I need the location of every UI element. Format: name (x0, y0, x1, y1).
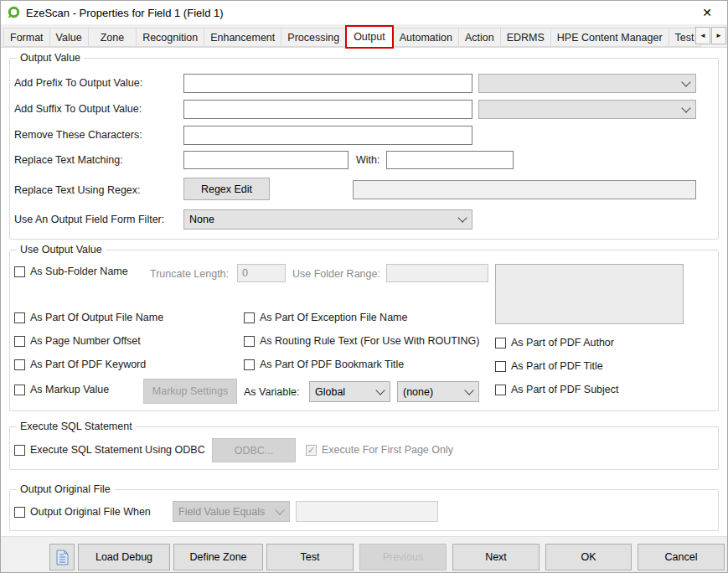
document-icon (56, 550, 69, 565)
checkbox-icon (14, 359, 25, 370)
tab-scroll-right-icon[interactable]: ► (711, 27, 726, 44)
previous-button: Previous (359, 544, 447, 570)
checkbox-execute-sql-odbc[interactable]: Execute SQL Statement Using ODBC (14, 444, 205, 456)
checkbox-icon (14, 445, 25, 456)
odbc-button: ODBC... (212, 438, 296, 462)
variable-scope-dropdown[interactable]: Global (309, 381, 390, 402)
tab-zone[interactable]: Zone (88, 28, 137, 47)
checkbox-icon (244, 312, 255, 323)
debug-report-button[interactable] (49, 544, 75, 570)
tab-bar: Format Value Zone Recognition Enhancemen… (1, 24, 727, 47)
chevron-down-icon (459, 214, 466, 221)
checkbox-as-part-of-pdf-subject[interactable]: As Part of PDF Subject (495, 384, 619, 395)
tab-output[interactable]: Output (345, 25, 394, 49)
chevron-down-icon (377, 387, 384, 394)
checkbox-icon (14, 507, 25, 518)
suffix-type-dropdown[interactable] (478, 100, 696, 119)
prefix-input[interactable] (183, 74, 472, 93)
tab-action[interactable]: Action (458, 28, 501, 47)
checkbox-checked-icon: ✓ (306, 445, 317, 456)
checkbox-as-subfolder-name[interactable]: As Sub-Folder Name (14, 266, 128, 277)
checkbox-as-part-of-exception-file-name[interactable]: As Part Of Exception File Name (244, 312, 407, 323)
dropdown-value: Global (315, 386, 345, 398)
checkbox-icon (14, 385, 25, 395)
tab-hpe-content-manager[interactable]: HPE Content Manager (550, 28, 669, 47)
prefix-type-dropdown[interactable] (478, 74, 696, 93)
checkbox-icon (14, 266, 25, 277)
checkbox-icon (244, 336, 255, 347)
checkbox-icon (14, 336, 25, 347)
checkbox-as-routing-rule-text[interactable]: As Routing Rule Text (For Use With ROUTI… (244, 335, 479, 347)
title-bar: EzeScan - Properties for Field 1 (Field … (1, 1, 727, 24)
original-file-condition-dropdown: Field Value Equals (173, 501, 290, 522)
folder-range-label: Use Folder Range: (292, 268, 380, 280)
tab-format[interactable]: Format (3, 28, 50, 47)
regex-label: Replace Text Using Regex: (14, 184, 141, 196)
checkbox-as-part-of-pdf-bookmark-title[interactable]: As Part Of PDF Bookmark Title (244, 359, 404, 370)
group-title: Execute SQL Statement (17, 421, 136, 432)
ezescan-logo-icon (7, 6, 20, 19)
checkbox-as-part-of-pdf-author[interactable]: As Part of PDF Author (495, 337, 614, 348)
tab-enhancement[interactable]: Enhancement (204, 28, 281, 47)
regex-edit-button[interactable]: Regex Edit (183, 178, 270, 200)
checkbox-as-page-number-offset[interactable]: As Page Number Offset (14, 335, 141, 347)
close-icon[interactable]: ✕ (694, 3, 720, 23)
form-filter-dropdown[interactable]: None (183, 209, 472, 230)
chevron-down-icon (683, 79, 689, 85)
tab-automation[interactable]: Automation (393, 28, 459, 47)
chevron-down-icon (276, 507, 283, 514)
form-filter-label: Use An Output Field Form Filter: (14, 214, 164, 225)
tab-processing[interactable]: Processing (281, 28, 346, 47)
tab-value[interactable]: Value (49, 28, 89, 47)
markup-settings-button: Markup Settings (143, 379, 237, 404)
dialog-window: EzeScan - Properties for Field 1 (Field … (0, 0, 728, 573)
checkbox-icon (495, 361, 506, 372)
ok-button[interactable]: OK (545, 544, 632, 570)
with-label: With: (356, 154, 379, 166)
truncate-length-input (237, 264, 286, 282)
checkbox-icon (14, 312, 25, 323)
tab-scroll-left-icon[interactable]: ◄ (695, 27, 710, 44)
group-title: Output Original File (17, 483, 114, 495)
checkbox-icon (495, 338, 506, 348)
folder-range-input (386, 264, 488, 282)
load-debug-button[interactable]: Load Debug (78, 544, 170, 570)
window-title: EzeScan - Properties for Field 1 (Field … (26, 7, 224, 19)
tab-recognition[interactable]: Recognition (136, 28, 204, 47)
test-button[interactable]: Test (266, 544, 354, 570)
remove-chars-label: Remove These Characters: (14, 129, 142, 141)
prefix-label: Add Prefix To Output Value: (14, 77, 142, 89)
original-file-value-input (296, 501, 438, 522)
variable-name-dropdown[interactable]: (none) (397, 381, 479, 402)
checkbox-icon (244, 359, 255, 370)
tab-page-output: Output Value Add Prefix To Output Value:… (1, 47, 727, 538)
tab-edrms[interactable]: EDRMS (500, 28, 551, 47)
checkbox-as-markup-value[interactable]: As Markup Value (14, 384, 109, 395)
checkbox-output-original-file-when[interactable]: Output Original File When (14, 506, 151, 518)
as-variable-label: As Variable: (244, 386, 299, 398)
checkbox-execute-first-page-only: ✓ Execute For First Page Only (306, 444, 453, 456)
cancel-button[interactable]: Cancel (638, 544, 725, 570)
dropdown-value: None (189, 214, 214, 225)
suffix-input[interactable] (183, 100, 472, 119)
folder-range-listbox (495, 264, 684, 324)
replace-matching-label: Replace Text Matching: (14, 154, 123, 166)
checkbox-as-part-of-pdf-title[interactable]: As Part of PDF Title (495, 360, 603, 372)
replace-matching-input[interactable] (183, 151, 349, 169)
replace-with-input[interactable] (386, 151, 514, 169)
group-title: Use Output Value (17, 244, 106, 256)
checkbox-icon (495, 385, 506, 395)
checkbox-as-part-of-pdf-keyword[interactable]: As Part Of PDF Keyword (14, 359, 146, 370)
next-button[interactable]: Next (452, 544, 540, 570)
dropdown-value: (none) (403, 386, 433, 398)
chevron-down-icon (683, 105, 689, 111)
chevron-down-icon (466, 387, 472, 394)
suffix-label: Add Suffix To Output Value: (14, 103, 142, 115)
dropdown-value: Field Value Equals (178, 506, 265, 518)
checkbox-as-part-of-output-file-name[interactable]: As Part Of Output File Name (14, 312, 163, 323)
remove-chars-input[interactable] (183, 126, 472, 145)
truncate-length-label: Truncate Length: (150, 268, 229, 280)
define-zone-button[interactable]: Define Zone (173, 544, 263, 570)
group-title: Output Value (17, 52, 84, 64)
regex-expression-field (353, 180, 696, 199)
